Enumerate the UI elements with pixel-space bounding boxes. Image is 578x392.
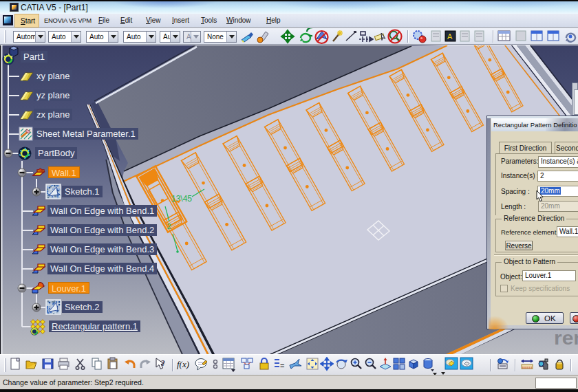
svg-text:?: ? bbox=[161, 358, 165, 368]
svg-text:f(x): f(x) bbox=[177, 359, 189, 369]
svg-text:A: A bbox=[447, 32, 453, 41]
svg-text:=: = bbox=[280, 362, 284, 370]
